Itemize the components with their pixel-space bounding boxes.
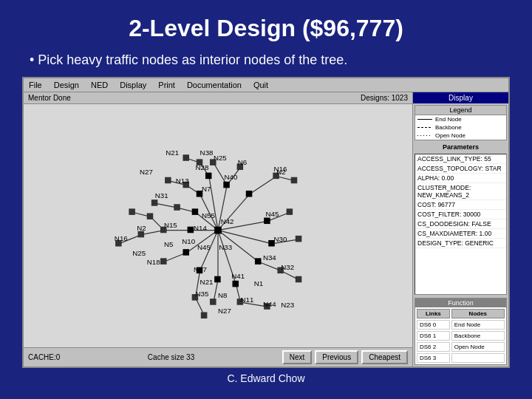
designs-label: Designs: 1023 — [361, 94, 408, 102]
col-links: Links — [417, 309, 450, 318]
app-content: Mentor Done Designs: 1023 — [24, 92, 508, 366]
svg-rect-68 — [138, 231, 145, 238]
legend-item-open: Open Node — [415, 132, 506, 140]
menu-print[interactable]: Print — [156, 80, 177, 90]
menu-file[interactable]: File — [27, 80, 44, 90]
param-0: ACCESS_LINK_TYPE: 55 — [415, 154, 506, 164]
node-0: End Node — [451, 320, 505, 330]
params-title: Parameters — [413, 142, 508, 152]
bullet-text: Pick heavy traffic nodes as interior nod… — [22, 52, 510, 68]
param-7: CS_MAXDIAMETER: 1.00 — [415, 229, 506, 239]
svg-text:N55: N55 — [202, 211, 215, 219]
legend-section: Legend End Node Backbone Open Node — [415, 105, 507, 140]
svg-rect-57 — [287, 208, 293, 215]
svg-text:N10: N10 — [182, 237, 195, 245]
bottom-buttons: Next Previous Cheapest — [282, 350, 408, 364]
svg-text:N34: N34 — [263, 253, 276, 262]
svg-rect-40 — [223, 182, 230, 188]
mentor-done-label: Mentor Done — [28, 94, 71, 102]
svg-text:N27: N27 — [218, 307, 231, 315]
function-section: Function Links Nodes DS6 0 End Node DS6 … — [415, 298, 507, 365]
table-row: DS6 3 — [417, 353, 505, 363]
legend-end-label: End Node — [435, 116, 462, 123]
svg-rect-49 — [188, 227, 194, 233]
param-2: ALPHA: 0.00 — [415, 174, 506, 183]
svg-text:N21: N21 — [200, 278, 214, 286]
svg-rect-48 — [183, 249, 189, 256]
top-bar: Mentor Done Designs: 1023 — [24, 92, 412, 104]
menu-bar: File Design NED Display Print Documentat… — [24, 78, 508, 92]
svg-rect-42 — [264, 218, 270, 225]
menu-documentation[interactable]: Documentation — [185, 80, 244, 90]
svg-text:N35: N35 — [196, 290, 209, 298]
network-graph: N25 N6 N38 N21 N27 N28 N13 N40 N16 N31 N… — [24, 104, 412, 347]
svg-text:N2: N2 — [137, 224, 146, 232]
svg-rect-58 — [296, 236, 302, 242]
cache-size-label: Cache size 33 — [148, 353, 194, 361]
link-1: DS6 1 — [417, 331, 450, 341]
param-4: COST: 96777 — [415, 200, 506, 210]
menu-display[interactable]: Display — [117, 80, 149, 90]
svg-text:N31: N31 — [155, 191, 168, 200]
svg-text:N1: N1 — [254, 279, 263, 287]
svg-text:N21: N21 — [166, 149, 179, 157]
svg-rect-50 — [192, 208, 199, 215]
svg-rect-75 — [165, 177, 171, 184]
svg-text:N13: N13 — [176, 177, 189, 185]
legend-title: Legend — [415, 106, 506, 115]
legend-item-end: End Node — [415, 115, 506, 123]
right-panel: Display Legend End Node Backbone Open No… — [412, 92, 508, 366]
link-3: DS6 3 — [417, 353, 450, 363]
svg-text:N41: N41 — [231, 272, 245, 280]
svg-text:N42: N42 — [221, 217, 234, 225]
svg-rect-77 — [183, 154, 189, 161]
main-area: Mentor Done Designs: 1023 — [24, 92, 412, 366]
function-title: Function — [415, 299, 506, 307]
svg-text:N33: N33 — [219, 243, 232, 251]
display-title: Display — [413, 92, 508, 103]
node-2: Open Node — [451, 342, 505, 352]
cheapest-button[interactable]: Cheapest — [361, 350, 408, 364]
svg-text:N8: N8 — [218, 291, 227, 299]
params-section: ACCESS_LINK_TYPE: 55 ACCESS_TOPOLOGY: ST… — [415, 154, 507, 295]
node-3 — [451, 353, 505, 363]
svg-rect-45 — [232, 281, 239, 287]
svg-text:N40: N40 — [225, 173, 238, 181]
svg-rect-65 — [201, 312, 208, 318]
next-button[interactable]: Next — [282, 350, 313, 364]
node-1: Backbone — [451, 331, 505, 341]
slide: 2-Level Design ($96,777) Pick heavy traf… — [0, 0, 532, 399]
svg-rect-39 — [214, 227, 222, 234]
svg-text:N15: N15 — [164, 221, 177, 229]
table-row: DS6 1 Backbone — [417, 331, 505, 341]
svg-text:N44: N44 — [263, 300, 276, 308]
table-row: DS6 0 End Node — [417, 320, 505, 330]
svg-text:N32: N32 — [281, 263, 294, 271]
bottom-bar: CACHE:0 Cache size 33 Next Previous Chea… — [24, 347, 412, 366]
legend-backbone-label: Backbone — [435, 124, 462, 131]
svg-text:N18: N18 — [147, 258, 160, 266]
svg-text:N16: N16 — [115, 234, 128, 242]
previous-button[interactable]: Previous — [315, 350, 358, 364]
table-row: DS6 2 Open Node — [417, 342, 505, 352]
menu-ned[interactable]: NED — [89, 80, 110, 90]
svg-text:N28: N28 — [196, 163, 209, 171]
app-window: File Design NED Display Print Documentat… — [22, 77, 510, 368]
svg-rect-60 — [296, 276, 302, 283]
svg-rect-56 — [291, 177, 298, 184]
svg-text:N23: N23 — [281, 301, 294, 309]
svg-rect-73 — [151, 200, 158, 206]
svg-text:N30: N30 — [274, 235, 287, 243]
svg-rect-41 — [246, 191, 253, 197]
menu-quit[interactable]: Quit — [251, 80, 270, 90]
link-0: DS6 0 — [417, 320, 450, 330]
param-8: DESIGN_TYPE: GENERIC — [415, 239, 506, 248]
slide-title: 2-Level Design ($96,777) — [22, 15, 510, 42]
legend-open-label: Open Node — [435, 132, 466, 139]
link-2: DS6 2 — [417, 342, 450, 352]
menu-design[interactable]: Design — [52, 80, 81, 90]
svg-text:N11: N11 — [240, 296, 253, 304]
col-nodes: Nodes — [451, 309, 505, 318]
svg-text:N7: N7 — [202, 185, 211, 193]
param-5: COST_FILTER: 30000 — [415, 210, 506, 219]
